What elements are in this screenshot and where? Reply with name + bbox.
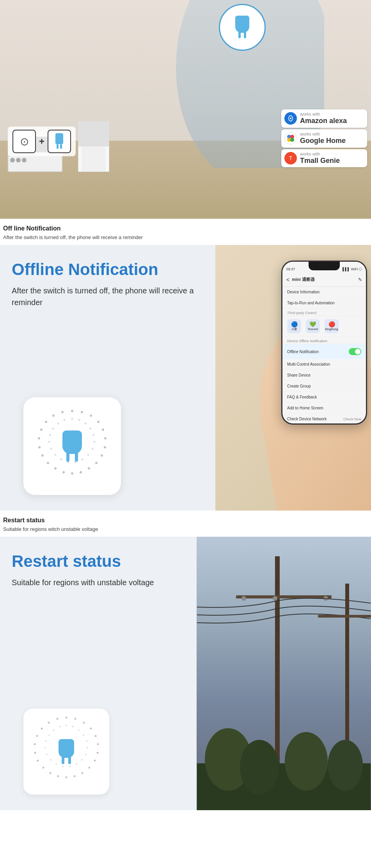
hero-section: ⊙ + works with Amazon alexa	[0, 0, 371, 219]
menu-item-device-info[interactable]: Device Information	[282, 287, 366, 298]
svg-point-79	[85, 754, 87, 755]
svg-point-38	[92, 448, 94, 450]
restart-device-with-dots	[27, 713, 105, 791]
svg-point-57	[97, 752, 99, 754]
menu-item-multi-control[interactable]: Multi-Control Association	[282, 359, 366, 370]
device-illustration-offline	[23, 397, 121, 495]
svg-point-27	[38, 437, 40, 439]
alexa-icon	[284, 112, 297, 125]
google-logo-svg	[286, 134, 295, 143]
tmall-text: works with Tmall Genie	[300, 152, 340, 165]
svg-point-17	[101, 454, 103, 457]
svg-point-47	[49, 434, 51, 436]
svg-point-76	[83, 734, 84, 736]
svg-point-35	[90, 428, 92, 430]
svg-point-21	[71, 472, 73, 475]
check-now-label[interactable]: Check Now	[343, 417, 361, 421]
svg-point-30	[52, 414, 55, 417]
phone-device-name: mini 通断器	[292, 277, 315, 282]
check-network-label: Check Device Network	[287, 417, 327, 421]
restart-feature-image: Restart status Suitable for regions with…	[0, 537, 371, 810]
google-icon	[284, 132, 297, 145]
svg-point-52	[75, 718, 76, 720]
menu-item-create-group[interactable]: Create Group	[282, 381, 366, 392]
svg-point-89	[48, 734, 50, 736]
svg-point-82	[69, 766, 71, 767]
svg-point-59	[89, 767, 91, 769]
svg-rect-0	[55, 133, 63, 144]
svg-point-46	[48, 441, 50, 443]
svg-point-94	[241, 596, 246, 601]
svg-point-74	[72, 726, 74, 727]
svg-point-11	[81, 411, 83, 413]
phone-signal-icons: ▌▌▌ WiFi ⬡	[343, 267, 362, 271]
menu-item-tap-to-run[interactable]: Tap-to-Run and Automation	[282, 298, 366, 309]
svg-point-19	[88, 467, 90, 470]
svg-point-53	[83, 722, 85, 724]
svg-point-22	[62, 471, 65, 473]
svg-point-62	[66, 777, 67, 779]
svg-point-51	[66, 717, 67, 719]
svg-point-58	[94, 760, 96, 762]
offline-notification-label: Offline Notification	[287, 350, 319, 354]
socket-icon: ⊙	[20, 135, 29, 148]
svg-point-63	[57, 775, 59, 777]
plus-sign: +	[39, 136, 44, 147]
svg-point-16	[104, 446, 106, 448]
svg-point-33	[78, 419, 80, 421]
svg-rect-2	[60, 144, 62, 149]
tencent-icon[interactable]: 💚 Tencent	[306, 319, 320, 333]
blender-appliance	[78, 121, 109, 172]
back-arrow-icon[interactable]: <	[286, 277, 289, 283]
svg-point-61	[74, 775, 76, 777]
device-illustration-restart	[23, 709, 109, 795]
svg-point-36	[93, 434, 95, 436]
menu-item-check-network[interactable]: Check Device Network Check Now	[282, 414, 366, 425]
svg-point-75	[78, 729, 80, 731]
offline-feature-content: Offline Notification After the switch is…	[0, 245, 223, 511]
svg-point-26	[38, 446, 41, 448]
svg-point-80	[81, 759, 83, 761]
dingdong-icon[interactable]: 🔴 DingDong	[325, 319, 339, 333]
center-plug-icon	[59, 430, 86, 462]
alexa-name-label: Amazon alexa	[300, 117, 347, 125]
alexa-logo-svg	[287, 114, 295, 122]
svg-point-29	[45, 421, 47, 423]
svg-point-23	[54, 467, 57, 470]
svg-point-91	[59, 726, 60, 727]
svg-point-73	[66, 725, 67, 726]
restart-center-plug	[56, 739, 77, 764]
xiaodu-icon[interactable]: 🔵 小度	[287, 319, 301, 333]
offline-notification-toggle[interactable]	[349, 348, 361, 355]
alexa-works-with-label: works with	[300, 112, 347, 117]
svg-point-86	[46, 754, 48, 755]
phone-header: < mini 通断器 ✎	[282, 273, 366, 287]
svg-point-90	[53, 729, 55, 731]
menu-item-offline-notification[interactable]: Offline Notification	[282, 344, 366, 359]
plug-box	[48, 130, 71, 153]
offline-section-text: Off line Notification After the switch i…	[0, 219, 371, 245]
edit-icon[interactable]: ✎	[358, 277, 362, 282]
svg-point-56	[97, 743, 99, 745]
google-works-with-label: works with	[300, 132, 346, 137]
svg-point-37	[94, 441, 96, 443]
svg-point-24	[47, 462, 49, 464]
menu-item-faq[interactable]: FAQ & Feedback	[282, 392, 366, 403]
svg-point-68	[34, 743, 36, 745]
restart-feature-desc: Suitable for regions with unstable volta…	[12, 577, 192, 588]
product-combo: ⊙ +	[8, 127, 76, 156]
menu-item-share-device[interactable]: Share Device	[282, 370, 366, 381]
socket-box: ⊙	[12, 130, 36, 153]
svg-rect-1	[57, 144, 59, 149]
svg-point-13	[97, 421, 99, 423]
svg-point-87	[44, 747, 46, 748]
svg-point-31	[61, 411, 64, 413]
svg-point-60	[82, 772, 83, 774]
tmall-badge: T works with Tmall Genie	[281, 149, 367, 168]
svg-point-45	[50, 448, 52, 450]
svg-point-9	[290, 138, 294, 142]
svg-point-71	[48, 722, 50, 724]
svg-point-77	[86, 740, 87, 742]
menu-item-add-home[interactable]: Add to Home Screen	[282, 403, 366, 414]
svg-point-32	[71, 418, 73, 420]
